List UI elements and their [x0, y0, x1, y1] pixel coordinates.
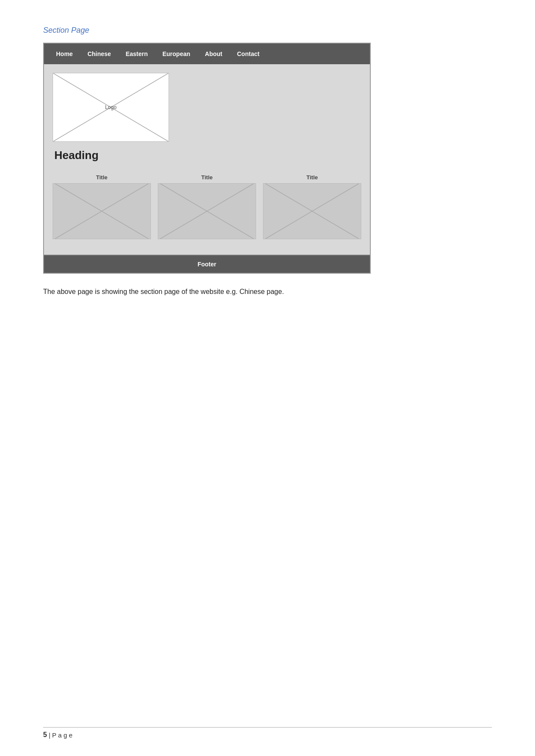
- nav-item-about[interactable]: About: [199, 48, 228, 60]
- col-title-1: Title: [96, 174, 108, 181]
- section-page-title: Section Page: [43, 26, 492, 35]
- nav-item-contact[interactable]: Contact: [231, 48, 266, 60]
- footer-bar: Footer: [44, 255, 370, 273]
- nav-item-home[interactable]: Home: [50, 48, 79, 60]
- logo-label: Logo: [105, 104, 117, 110]
- col-title-2: Title: [201, 174, 213, 181]
- nav-bar: Home Chinese Eastern European About Cont…: [44, 44, 370, 64]
- page-footer: 5 | P a g e: [43, 727, 492, 739]
- nav-item-eastern[interactable]: Eastern: [119, 48, 153, 60]
- main-heading: Heading: [54, 149, 361, 162]
- col-item-2: Title: [158, 174, 256, 239]
- col-item-1: Title: [53, 174, 151, 239]
- content-area: Logo Heading Title Title: [44, 64, 370, 255]
- nav-item-european[interactable]: European: [156, 48, 197, 60]
- page-label: P a g e: [52, 731, 72, 739]
- wireframe-container: Home Chinese Eastern European About Cont…: [43, 43, 371, 274]
- col-image-2: [158, 183, 256, 239]
- col-image-1: [53, 183, 151, 239]
- page-separator: |: [49, 731, 50, 739]
- page-number: 5: [43, 731, 47, 739]
- logo-placeholder: Logo: [53, 73, 169, 142]
- three-col-section: Title Title Title: [53, 174, 361, 239]
- col-title-3: Title: [307, 174, 318, 181]
- description-text: The above page is showing the section pa…: [43, 287, 492, 297]
- col-item-3: Title: [263, 174, 361, 239]
- nav-item-chinese[interactable]: Chinese: [81, 48, 117, 60]
- col-image-3: [263, 183, 361, 239]
